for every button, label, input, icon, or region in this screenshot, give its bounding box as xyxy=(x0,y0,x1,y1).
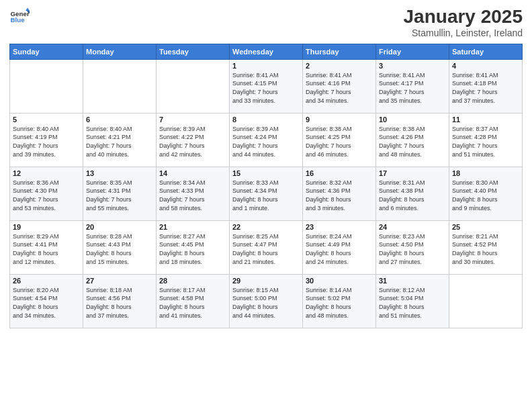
day-info: Sunrise: 8:30 AM Sunset: 4:40 PM Dayligh… xyxy=(452,179,519,212)
day-number: 2 xyxy=(306,62,373,70)
day-number: 7 xyxy=(159,116,226,124)
calendar-cell: 6Sunrise: 8:40 AM Sunset: 4:21 PM Daylig… xyxy=(83,113,157,167)
day-number: 22 xyxy=(232,223,300,231)
day-info: Sunrise: 8:23 AM Sunset: 4:50 PM Dayligh… xyxy=(379,232,446,266)
day-info: Sunrise: 8:17 AM Sunset: 4:58 PM Dayligh… xyxy=(159,286,226,320)
day-info: Sunrise: 8:20 AM Sunset: 4:54 PM Dayligh… xyxy=(13,286,80,320)
day-number: 26 xyxy=(13,277,80,285)
day-info: Sunrise: 8:34 AM Sunset: 4:33 PM Dayligh… xyxy=(159,179,226,212)
day-number: 8 xyxy=(232,116,300,124)
day-number: 9 xyxy=(306,116,373,124)
calendar-cell: 24Sunrise: 8:23 AM Sunset: 4:50 PM Dayli… xyxy=(376,220,449,274)
day-info: Sunrise: 8:27 AM Sunset: 4:45 PM Dayligh… xyxy=(159,232,226,266)
day-number: 10 xyxy=(379,116,446,124)
day-info: Sunrise: 8:40 AM Sunset: 4:19 PM Dayligh… xyxy=(13,125,80,158)
logo-icon: General Blue xyxy=(9,7,30,27)
day-number: 14 xyxy=(159,169,226,177)
day-info: Sunrise: 8:25 AM Sunset: 4:47 PM Dayligh… xyxy=(232,232,300,266)
calendar-cell: 23Sunrise: 8:24 AM Sunset: 4:49 PM Dayli… xyxy=(303,220,376,274)
day-info: Sunrise: 8:15 AM Sunset: 5:00 PM Dayligh… xyxy=(232,286,300,320)
calendar-cell: 11Sunrise: 8:37 AM Sunset: 4:28 PM Dayli… xyxy=(449,113,523,167)
day-info: Sunrise: 8:40 AM Sunset: 4:21 PM Dayligh… xyxy=(86,125,153,158)
calendar-cell: 28Sunrise: 8:17 AM Sunset: 4:58 PM Dayli… xyxy=(157,274,230,328)
day-number: 16 xyxy=(306,169,373,177)
day-number: 5 xyxy=(13,116,80,124)
day-info: Sunrise: 8:33 AM Sunset: 4:34 PM Dayligh… xyxy=(232,179,300,212)
calendar-cell: 21Sunrise: 8:27 AM Sunset: 4:45 PM Dayli… xyxy=(157,220,230,274)
day-info: Sunrise: 8:14 AM Sunset: 5:02 PM Dayligh… xyxy=(306,286,373,320)
day-number: 11 xyxy=(452,116,519,124)
subtitle: Stamullin, Leinster, Ireland xyxy=(404,28,523,38)
calendar-week-0: 1Sunrise: 8:41 AM Sunset: 4:15 PM Daylig… xyxy=(10,59,523,113)
day-number: 17 xyxy=(379,169,446,177)
day-number: 30 xyxy=(306,277,373,285)
day-info: Sunrise: 8:36 AM Sunset: 4:30 PM Dayligh… xyxy=(13,179,80,212)
day-number: 23 xyxy=(306,223,373,231)
day-number: 3 xyxy=(379,62,446,70)
calendar-cell: 22Sunrise: 8:25 AM Sunset: 4:47 PM Dayli… xyxy=(230,220,303,274)
calendar-cell: 1Sunrise: 8:41 AM Sunset: 4:15 PM Daylig… xyxy=(230,59,303,113)
day-number: 4 xyxy=(452,62,519,70)
day-info: Sunrise: 8:12 AM Sunset: 5:04 PM Dayligh… xyxy=(379,286,446,320)
calendar-cell: 20Sunrise: 8:28 AM Sunset: 4:43 PM Dayli… xyxy=(83,220,157,274)
col-thursday: Thursday xyxy=(303,44,376,59)
calendar-cell xyxy=(10,59,83,113)
calendar-cell: 19Sunrise: 8:29 AM Sunset: 4:41 PM Dayli… xyxy=(10,220,83,274)
calendar-cell: 8Sunrise: 8:39 AM Sunset: 4:24 PM Daylig… xyxy=(230,113,303,167)
day-number: 19 xyxy=(13,223,80,231)
day-info: Sunrise: 8:39 AM Sunset: 4:22 PM Dayligh… xyxy=(159,125,226,158)
calendar-cell: 10Sunrise: 8:38 AM Sunset: 4:26 PM Dayli… xyxy=(376,113,449,167)
col-sunday: Sunday xyxy=(10,44,83,59)
col-tuesday: Tuesday xyxy=(157,44,230,59)
day-info: Sunrise: 8:32 AM Sunset: 4:36 PM Dayligh… xyxy=(306,179,373,212)
header: General Blue January 2025 Stamullin, Lei… xyxy=(9,7,523,38)
calendar-week-3: 19Sunrise: 8:29 AM Sunset: 4:41 PM Dayli… xyxy=(10,220,523,274)
calendar-cell xyxy=(449,274,523,328)
calendar-cell: 14Sunrise: 8:34 AM Sunset: 4:33 PM Dayli… xyxy=(157,167,230,220)
day-number: 24 xyxy=(379,223,446,231)
day-info: Sunrise: 8:41 AM Sunset: 4:18 PM Dayligh… xyxy=(452,71,519,105)
calendar-cell: 5Sunrise: 8:40 AM Sunset: 4:19 PM Daylig… xyxy=(10,113,83,167)
day-info: Sunrise: 8:29 AM Sunset: 4:41 PM Dayligh… xyxy=(13,232,80,266)
calendar-cell: 26Sunrise: 8:20 AM Sunset: 4:54 PM Dayli… xyxy=(10,274,83,328)
day-info: Sunrise: 8:21 AM Sunset: 4:52 PM Dayligh… xyxy=(452,232,519,266)
day-info: Sunrise: 8:38 AM Sunset: 4:25 PM Dayligh… xyxy=(306,125,373,158)
calendar-cell: 30Sunrise: 8:14 AM Sunset: 5:02 PM Dayli… xyxy=(303,274,376,328)
calendar-cell: 29Sunrise: 8:15 AM Sunset: 5:00 PM Dayli… xyxy=(230,274,303,328)
calendar-cell: 7Sunrise: 8:39 AM Sunset: 4:22 PM Daylig… xyxy=(157,113,230,167)
calendar-week-1: 5Sunrise: 8:40 AM Sunset: 4:19 PM Daylig… xyxy=(10,113,523,167)
day-number: 27 xyxy=(86,277,153,285)
col-monday: Monday xyxy=(83,44,157,59)
calendar-cell: 2Sunrise: 8:41 AM Sunset: 4:16 PM Daylig… xyxy=(303,59,376,113)
calendar-cell: 15Sunrise: 8:33 AM Sunset: 4:34 PM Dayli… xyxy=(230,167,303,220)
title-block: January 2025 Stamullin, Leinster, Irelan… xyxy=(404,7,523,38)
day-number: 20 xyxy=(86,223,153,231)
day-info: Sunrise: 8:41 AM Sunset: 4:15 PM Dayligh… xyxy=(232,71,300,105)
day-info: Sunrise: 8:38 AM Sunset: 4:26 PM Dayligh… xyxy=(379,125,446,158)
day-number: 1 xyxy=(232,62,300,70)
day-number: 29 xyxy=(232,277,300,285)
calendar-cell xyxy=(83,59,157,113)
day-number: 25 xyxy=(452,223,519,231)
col-wednesday: Wednesday xyxy=(230,44,303,59)
calendar-cell: 4Sunrise: 8:41 AM Sunset: 4:18 PM Daylig… xyxy=(449,59,523,113)
day-info: Sunrise: 8:39 AM Sunset: 4:24 PM Dayligh… xyxy=(232,125,300,158)
svg-text:Blue: Blue xyxy=(11,16,26,24)
calendar-header-row: Sunday Monday Tuesday Wednesday Thursday… xyxy=(10,44,523,59)
day-number: 15 xyxy=(232,169,300,177)
calendar-cell: 13Sunrise: 8:35 AM Sunset: 4:31 PM Dayli… xyxy=(83,167,157,220)
day-number: 13 xyxy=(86,169,153,177)
calendar-week-2: 12Sunrise: 8:36 AM Sunset: 4:30 PM Dayli… xyxy=(10,167,523,220)
calendar-cell: 16Sunrise: 8:32 AM Sunset: 4:36 PM Dayli… xyxy=(303,167,376,220)
calendar-table: Sunday Monday Tuesday Wednesday Thursday… xyxy=(9,44,523,328)
day-number: 21 xyxy=(159,223,226,231)
day-info: Sunrise: 8:37 AM Sunset: 4:28 PM Dayligh… xyxy=(452,125,519,158)
day-info: Sunrise: 8:35 AM Sunset: 4:31 PM Dayligh… xyxy=(86,179,153,212)
calendar-cell: 27Sunrise: 8:18 AM Sunset: 4:56 PM Dayli… xyxy=(83,274,157,328)
day-info: Sunrise: 8:18 AM Sunset: 4:56 PM Dayligh… xyxy=(86,286,153,320)
day-number: 6 xyxy=(86,116,153,124)
calendar-cell: 17Sunrise: 8:31 AM Sunset: 4:38 PM Dayli… xyxy=(376,167,449,220)
day-info: Sunrise: 8:24 AM Sunset: 4:49 PM Dayligh… xyxy=(306,232,373,266)
main-title: January 2025 xyxy=(404,7,523,28)
col-friday: Friday xyxy=(376,44,449,59)
